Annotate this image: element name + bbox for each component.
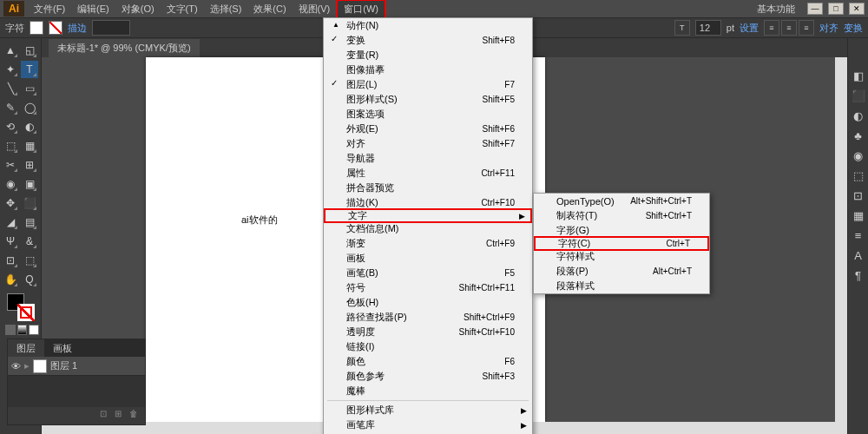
layer-name[interactable]: 图层 1 bbox=[50, 359, 141, 372]
stroke-input[interactable] bbox=[92, 20, 130, 36]
visibility-icon[interactable]: 👁 bbox=[11, 361, 21, 372]
workspace-label[interactable]: 基本功能 bbox=[757, 3, 795, 16]
layer-row[interactable]: 👁 ▸ 图层 1 bbox=[8, 357, 145, 376]
menu-item[interactable]: 渐变Ctrl+F9 bbox=[324, 236, 532, 251]
dock-icon-9[interactable]: A bbox=[850, 247, 867, 264]
menu-item[interactable]: 变量(R) bbox=[324, 48, 532, 62]
artboards-tab[interactable]: 画板 bbox=[44, 339, 81, 357]
align-center-button[interactable]: ≡ bbox=[781, 20, 797, 36]
tool-7-1[interactable]: ▣ bbox=[21, 175, 38, 193]
align-link[interactable]: 对齐 bbox=[819, 22, 838, 35]
menu-item[interactable]: 拼合器预览 bbox=[324, 181, 532, 195]
color-mode-gradient[interactable] bbox=[17, 325, 28, 335]
dock-icon-2[interactable]: ◐ bbox=[850, 107, 867, 124]
tool-5-1[interactable]: ▦ bbox=[21, 137, 38, 155]
tool-4-1[interactable]: ◐ bbox=[21, 118, 38, 135]
menu-item[interactable]: 段落(P)Alt+Ctrl+T bbox=[534, 264, 709, 279]
tool-10-1[interactable]: & bbox=[21, 233, 38, 250]
fill-swatch[interactable] bbox=[30, 21, 43, 35]
tool-2-0[interactable]: ╲ bbox=[2, 80, 19, 97]
menu-item[interactable]: 图像描摹 bbox=[324, 62, 532, 77]
menu-item[interactable]: 画板 bbox=[324, 251, 532, 266]
menu-item[interactable]: 导航器 bbox=[324, 151, 532, 166]
menu-item[interactable]: 路径查找器(P)Shift+Ctrl+F9 bbox=[324, 310, 532, 325]
menu-select[interactable]: 选择(S) bbox=[204, 1, 248, 17]
font-size-input[interactable] bbox=[695, 20, 721, 36]
stroke-color[interactable] bbox=[17, 304, 35, 321]
menu-edit[interactable]: 编辑(E) bbox=[71, 1, 115, 17]
tool-5-0[interactable]: ⬚ bbox=[2, 137, 19, 155]
menu-item[interactable]: OpenType(O)Alt+Shift+Ctrl+T bbox=[534, 194, 709, 208]
stroke-swatch[interactable] bbox=[49, 21, 62, 35]
point-text-icon[interactable]: T bbox=[674, 20, 690, 36]
tool-3-0[interactable]: ✎ bbox=[2, 99, 19, 116]
tool-6-0[interactable]: ✂ bbox=[2, 156, 19, 174]
close-button[interactable]: ✕ bbox=[849, 3, 865, 15]
menu-item[interactable]: 变换Shift+F8 bbox=[324, 33, 532, 48]
menu-item[interactable]: 文档信息(M) bbox=[324, 221, 532, 236]
dock-icon-3[interactable]: ♣ bbox=[850, 127, 867, 144]
tool-9-1[interactable]: ▤ bbox=[21, 214, 38, 231]
tool-8-1[interactable]: ⬛ bbox=[21, 194, 38, 212]
menu-item[interactable]: 制表符(T)Shift+Ctrl+T bbox=[534, 208, 709, 223]
menu-item[interactable]: 字符样式 bbox=[534, 249, 709, 264]
tool-9-0[interactable]: ◢ bbox=[2, 214, 19, 231]
layers-tab[interactable]: 图层 bbox=[8, 339, 44, 357]
document-tab[interactable]: 未标题-1* @ 99% (CMYK/预览) bbox=[49, 39, 200, 57]
color-mode-none[interactable] bbox=[29, 325, 39, 335]
dock-icon-4[interactable]: ◉ bbox=[850, 147, 867, 164]
menu-item[interactable]: 图形样式(S)Shift+F5 bbox=[324, 92, 532, 107]
tool-0-0[interactable]: ▲ bbox=[2, 42, 19, 59]
tool-4-0[interactable]: ⟲ bbox=[2, 118, 19, 135]
minimize-button[interactable]: — bbox=[807, 3, 823, 15]
tool-2-1[interactable]: ▭ bbox=[21, 80, 38, 97]
tool-8-0[interactable]: ✥ bbox=[2, 194, 19, 212]
fill-stroke-widget[interactable] bbox=[7, 293, 35, 321]
menu-object[interactable]: 对象(O) bbox=[115, 1, 161, 17]
dock-icon-0[interactable]: ◧ bbox=[850, 67, 867, 84]
menu-item[interactable]: 画笔(B)F5 bbox=[324, 266, 532, 280]
menu-item[interactable]: 外观(E)Shift+F6 bbox=[324, 122, 532, 136]
menu-window[interactable]: 窗口(W) bbox=[336, 0, 386, 19]
menu-file[interactable]: 文件(F) bbox=[28, 1, 71, 17]
dock-icon-7[interactable]: ▦ bbox=[850, 207, 867, 224]
menu-item[interactable]: 颜色F6 bbox=[324, 354, 532, 369]
tool-12-1[interactable]: Q bbox=[21, 271, 38, 288]
dock-icon-5[interactable]: ⬚ bbox=[850, 167, 867, 184]
menu-item[interactable]: 魔棒 bbox=[324, 384, 532, 398]
color-mode-solid[interactable] bbox=[5, 325, 16, 335]
tool-1-0[interactable]: ✦ bbox=[2, 61, 19, 78]
tool-6-1[interactable]: ⊞ bbox=[21, 156, 38, 174]
new-sublayer-button[interactable]: ⊡ bbox=[100, 409, 112, 421]
stroke-link[interactable]: 描边 bbox=[68, 22, 87, 35]
tool-11-1[interactable]: ⬚ bbox=[21, 252, 38, 269]
menu-item[interactable]: 图形样式库▶ bbox=[324, 403, 532, 418]
tool-11-0[interactable]: ⊡ bbox=[2, 252, 19, 269]
setup-link[interactable]: 设置 bbox=[740, 22, 759, 35]
menu-item[interactable]: 图案选项 bbox=[324, 107, 532, 122]
tool-1-1[interactable]: T bbox=[21, 61, 38, 78]
menu-item[interactable]: 透明度Shift+Ctrl+F10 bbox=[324, 325, 532, 339]
menu-effect[interactable]: 效果(C) bbox=[247, 1, 292, 17]
maximize-button[interactable]: □ bbox=[828, 3, 844, 15]
menu-item[interactable]: 画笔库▶ bbox=[324, 418, 532, 432]
new-layer-button[interactable]: ⊞ bbox=[115, 409, 127, 421]
menu-item[interactable]: 属性Ctrl+F11 bbox=[324, 166, 532, 181]
dock-icon-1[interactable]: ⬛ bbox=[850, 87, 867, 104]
dock-icon-8[interactable]: ≡ bbox=[850, 227, 867, 244]
dock-icon-6[interactable]: ⊡ bbox=[850, 187, 867, 204]
align-left-button[interactable]: ≡ bbox=[764, 20, 779, 36]
tool-7-0[interactable]: ◉ bbox=[2, 175, 19, 193]
menu-type[interactable]: 文字(T) bbox=[161, 1, 204, 17]
tool-10-0[interactable]: Ψ bbox=[2, 233, 19, 250]
tool-12-0[interactable]: ✋ bbox=[2, 271, 19, 288]
align-right-button[interactable]: ≡ bbox=[799, 20, 814, 36]
menu-item[interactable]: 颜色参考Shift+F3 bbox=[324, 369, 532, 384]
tool-3-1[interactable]: ◯ bbox=[21, 99, 38, 116]
tool-0-1[interactable]: ◱ bbox=[21, 42, 38, 59]
menu-item[interactable]: 色板(H) bbox=[324, 295, 532, 310]
menu-item[interactable]: 链接(I) bbox=[324, 339, 532, 354]
menu-item[interactable]: 对齐Shift+F7 bbox=[324, 136, 532, 151]
menu-item[interactable]: 动作(N) bbox=[324, 18, 532, 33]
vertical-scrollbar[interactable] bbox=[835, 57, 847, 422]
